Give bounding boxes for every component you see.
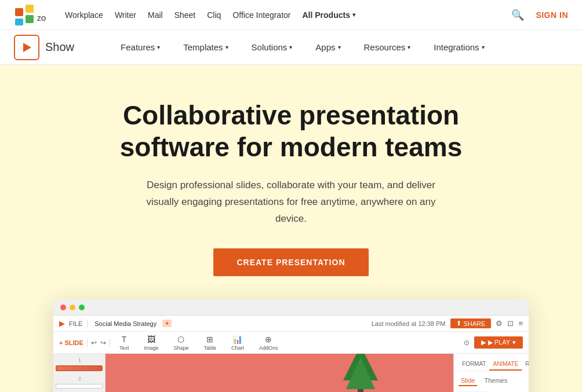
table-icon: ⊞	[206, 335, 213, 344]
screenshot-file-toolbar: ▶ FILE Social Media Strategy ✦ Last modi…	[53, 316, 529, 332]
zoom-icon: ⊙	[464, 339, 470, 347]
presentation-title: Social Media Strategy	[94, 320, 157, 327]
nav-workplace[interactable]: Workplace	[65, 10, 103, 20]
nav-sheet[interactable]: Sheet	[174, 10, 196, 20]
svg-rect-8	[358, 389, 363, 392]
toolbar-sep-2	[87, 338, 88, 347]
chart-icon: 📊	[232, 335, 242, 344]
slide-number-1: 1	[57, 357, 103, 363]
toolbar-sep-3	[110, 338, 110, 347]
svg-rect-2	[15, 19, 23, 25]
slide-number-2: 2	[57, 376, 103, 382]
toolbar-sep-1	[87, 319, 88, 328]
svg-rect-0	[15, 8, 23, 16]
add-slide-button[interactable]: + SLIDE	[59, 339, 83, 346]
solutions-chevron-icon: ▾	[289, 44, 292, 50]
themes-subtab[interactable]: Themes	[482, 376, 510, 386]
tool-image[interactable]: 🖼 Image	[138, 332, 164, 353]
fullscreen-icon: ⊡	[507, 319, 514, 328]
all-products-button[interactable]: All Products ▾	[303, 10, 355, 20]
slides-panel: 1 2 3	[53, 354, 106, 392]
create-presentation-button[interactable]: CREATE PRESENTATION	[213, 248, 368, 276]
play-dropdown-icon: ▾	[512, 339, 516, 346]
hero-title: Collaborative presentation software for …	[88, 100, 494, 163]
nav-solutions[interactable]: Solutions ▾	[240, 30, 304, 65]
zoho-logo[interactable]: ZOHO	[14, 3, 46, 27]
close-dot	[60, 305, 66, 310]
format-tab[interactable]: FORMAT	[459, 358, 489, 371]
shape-icon: ⬡	[177, 335, 184, 344]
share-button[interactable]: ⬆ SHARE	[450, 318, 492, 328]
svg-rect-3	[26, 15, 34, 23]
svg-text:ZOHO: ZOHO	[37, 15, 46, 22]
slide-tree-illustration	[337, 354, 384, 392]
tool-text[interactable]: T Text	[114, 332, 135, 353]
tool-addons[interactable]: ⊕ AddOns	[253, 332, 284, 353]
screenshot-main: 1 2 3 FORMAT ANIMATE	[53, 354, 529, 392]
nav-mail[interactable]: Mail	[148, 10, 163, 20]
screenshot-tools-toolbar: + SLIDE ↩ ↪ T Text 🖼 Image ⬡ Shape ⊞ Tab…	[53, 332, 529, 354]
top-nav: ZOHO Workplace Writer Mail Sheet Cliq Of…	[0, 0, 582, 30]
settings-icon: ⚙	[496, 319, 503, 328]
screenshot-titlebar	[53, 299, 529, 316]
nav-cliq[interactable]: Cliq	[207, 10, 221, 20]
nav-integrations[interactable]: Integrations ▾	[422, 30, 496, 65]
nav-features[interactable]: Features ▾	[109, 30, 172, 65]
secondary-nav: Show Features ▾ Templates ▾ Solutions ▾ …	[0, 30, 582, 65]
hero-section: Collaborative presentation software for …	[0, 65, 582, 392]
review-tab[interactable]: REVIEW	[522, 358, 529, 371]
templates-chevron-icon: ▾	[225, 44, 228, 50]
undo-icon: ↩	[91, 339, 97, 347]
addons-icon: ⊕	[265, 335, 272, 344]
features-chevron-icon: ▾	[157, 44, 160, 50]
maximize-dot	[79, 305, 85, 310]
menu-icon: ≡	[518, 319, 523, 328]
share-icon: ⬆	[456, 320, 461, 327]
slide-subtab[interactable]: Slide	[459, 376, 477, 386]
search-button[interactable]: 🔍	[511, 9, 524, 21]
hero-subtitle: Design professional slides, collaborate …	[146, 177, 436, 228]
nav-writer[interactable]: Writer	[115, 10, 136, 20]
main-slide-canvas[interactable]	[106, 354, 453, 392]
all-products-chevron-icon: ▾	[352, 12, 355, 18]
svg-rect-1	[26, 5, 34, 13]
nav-office-integrator[interactable]: Office Integrator	[232, 10, 290, 20]
app-screenshot: ▶ FILE Social Media Strategy ✦ Last modi…	[53, 299, 529, 392]
slide-thumb-2[interactable]	[56, 384, 103, 389]
last-modified-text: Last modified at 12:38 PM	[372, 320, 446, 327]
nav-apps[interactable]: Apps ▾	[304, 30, 352, 65]
play-button[interactable]: ▶ ▶ PLAY ▾	[474, 336, 523, 349]
sign-in-button[interactable]: SIGN IN	[536, 10, 568, 20]
apps-chevron-icon: ▾	[338, 44, 341, 50]
show-logo-icon	[14, 35, 39, 60]
text-icon: T	[122, 335, 127, 344]
search-icon: 🔍	[511, 9, 524, 21]
nav-resources[interactable]: Resources ▾	[352, 30, 423, 65]
show-logo-text: Show	[45, 41, 74, 54]
image-icon: 🖼	[147, 335, 155, 344]
presentation-tag: ✦	[162, 320, 172, 327]
show-logo[interactable]: Show	[14, 35, 74, 60]
tool-shape[interactable]: ⬡ Shape	[168, 332, 194, 353]
animate-tab[interactable]: ANIMATE	[489, 358, 522, 371]
tool-chart[interactable]: 📊 Chart	[225, 332, 250, 353]
show-app-logo-icon: ▶	[59, 320, 64, 328]
svg-marker-5	[23, 43, 31, 52]
nav-templates[interactable]: Templates ▾	[172, 30, 239, 65]
slide-thumb-1[interactable]	[56, 365, 103, 371]
tool-table[interactable]: ⊞ Table	[198, 332, 222, 353]
integrations-chevron-icon: ▾	[482, 44, 485, 50]
resources-chevron-icon: ▾	[408, 44, 410, 50]
minimize-dot	[70, 305, 75, 310]
redo-icon: ↪	[100, 339, 106, 347]
play-icon: ▶	[481, 339, 486, 346]
properties-panel: FORMAT ANIMATE REVIEW Slide Themes Title…	[453, 354, 529, 392]
file-menu[interactable]: FILE	[69, 320, 82, 327]
